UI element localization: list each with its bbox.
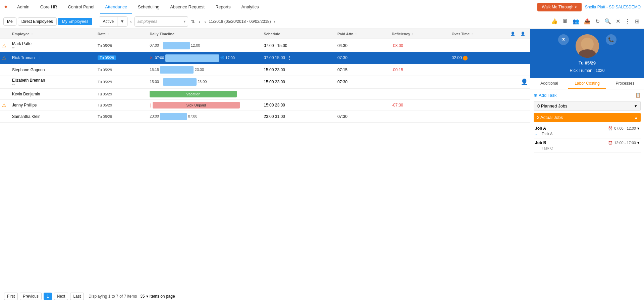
table-row[interactable]: Stephane Gagnon Tu 05/29 15:15 23:00 15:… bbox=[0, 64, 530, 76]
toolbar-left: Me Direct Employees My Employees Active … bbox=[3, 16, 276, 27]
date-next-arrow[interactable]: › bbox=[272, 19, 276, 24]
filter-funnel-icon[interactable]: ▼ bbox=[117, 19, 127, 24]
alert-cell: ⚠ bbox=[0, 99, 10, 111]
deficiency-cell: -00:15 bbox=[390, 64, 450, 76]
info-icon[interactable]: i bbox=[37, 55, 43, 60]
nav-analytics[interactable]: Analytics bbox=[236, 0, 263, 14]
nav-absence-request[interactable]: Absence Request bbox=[165, 0, 209, 14]
next-page-button[interactable]: Next bbox=[54, 293, 68, 300]
prev-page-button[interactable]: Previous bbox=[20, 293, 42, 300]
add-segment-icon[interactable]: ⊕ bbox=[220, 54, 224, 60]
sort-employee-icon[interactable]: ↕ bbox=[31, 32, 33, 36]
grid-icon[interactable]: ⊞ bbox=[634, 17, 641, 25]
main-area: Employee ↕ Date ↕ Daily Timeline Schedul… bbox=[0, 29, 644, 290]
current-page-button[interactable]: 1 bbox=[44, 293, 52, 300]
sort-def-icon[interactable]: ↕ bbox=[412, 32, 414, 36]
nav-control-panel[interactable]: Control Panel bbox=[63, 0, 99, 14]
employee-panel-name: Rick Truman | 1020 bbox=[570, 68, 605, 73]
filter-icon[interactable]: 🔍 bbox=[603, 17, 612, 25]
col-deficiency: Deficiency ↕ bbox=[390, 29, 450, 39]
attendance-table: Employee ↕ Date ↕ Daily Timeline Schedul… bbox=[0, 29, 530, 123]
job-a-task: Task A bbox=[538, 132, 552, 136]
direct-employees-button[interactable]: Direct Employees bbox=[18, 17, 57, 26]
employee-name: Samantha Klein bbox=[12, 114, 94, 119]
chevron-down-job-a-icon[interactable]: ▾ bbox=[637, 126, 639, 131]
chevron-down-job-b-icon[interactable]: ▾ bbox=[637, 140, 639, 145]
filter-group: Active ▼ bbox=[99, 16, 127, 27]
table-row[interactable]: ⚠ Mark Patte ✏ Tu 05/29 07:00 12:00 bbox=[0, 39, 530, 52]
first-page-button[interactable]: First bbox=[4, 293, 18, 300]
tab-additional[interactable]: Additional bbox=[530, 78, 568, 89]
person2-cell bbox=[519, 64, 530, 76]
task-arrow-a-icon: ↓ bbox=[535, 131, 537, 136]
date-plain: Tu 05/29 bbox=[98, 115, 112, 119]
employees-next-arrow[interactable]: › bbox=[198, 19, 202, 24]
walk-me-through-button[interactable]: Walk Me Through > bbox=[537, 3, 582, 11]
contact-icons: ✉ 📞 bbox=[558, 34, 616, 58]
nav-scheduling[interactable]: Scheduling bbox=[133, 0, 164, 14]
table-row[interactable]: ⚠ Rick Truman i Tu 05/29 ✕ 07:00 bbox=[0, 52, 530, 64]
schedule-cell: 23:00 31:00 bbox=[262, 111, 335, 122]
employee-name: Kevin Benjamin bbox=[12, 92, 94, 96]
employees-dropdown[interactable]: Employees ▾ bbox=[135, 16, 188, 27]
svg-point-1 bbox=[582, 38, 593, 49]
note-icon[interactable]: 📋 bbox=[635, 93, 641, 98]
employee-name-cell: Kevin Benjamin bbox=[10, 88, 96, 99]
table-row[interactable]: Elizabeth Brennan ✏ Tu 05/29 15:00 23:00… bbox=[0, 76, 530, 88]
person2-cell: 👤 bbox=[519, 76, 530, 88]
table-row[interactable]: ⚠ Jenny Phillips Tu 05/29 | Sick Unpaid … bbox=[0, 99, 530, 111]
deficiency-cell: -03:00 bbox=[390, 39, 450, 52]
person2-cell bbox=[519, 88, 530, 99]
timeline-cell: 15:15 23:00 bbox=[148, 64, 262, 76]
add-task-button[interactable]: ⊕ Add Task bbox=[534, 93, 556, 98]
me-button[interactable]: Me bbox=[3, 17, 16, 26]
nav-core-hr[interactable]: Core HR bbox=[36, 0, 62, 14]
filter-prev-arrow[interactable]: ‹ bbox=[129, 19, 133, 24]
people-icon[interactable]: 👥 bbox=[571, 17, 581, 25]
walk-me-label: Walk Me Through > bbox=[542, 5, 577, 9]
schedule-end: 15:00 bbox=[277, 43, 287, 48]
export-icon[interactable]: 📤 bbox=[583, 17, 592, 25]
tab-labor-costing[interactable]: Labor Costing bbox=[568, 78, 606, 89]
sort-paid-icon[interactable]: ↕ bbox=[355, 32, 357, 36]
my-employees-button[interactable]: My Employees bbox=[58, 18, 93, 25]
filter-clear-icon[interactable]: ✕ bbox=[614, 17, 622, 25]
sort-icon[interactable]: ⇅ bbox=[190, 19, 196, 24]
last-page-button[interactable]: Last bbox=[70, 293, 84, 300]
refresh-icon[interactable]: ↻ bbox=[594, 17, 601, 25]
items-per-page-value: 35 bbox=[140, 294, 145, 299]
nav-admin[interactable]: Admin bbox=[12, 0, 34, 14]
employee-name-cell: Elizabeth Brennan ✏ bbox=[10, 76, 96, 88]
table-row[interactable]: Kevin Benjamin Tu 05/29 Vacation bbox=[0, 88, 530, 99]
nav-right: Walk Me Through > Sheila Platt - SD SALE… bbox=[537, 3, 641, 11]
nav-attendance[interactable]: Attendance bbox=[100, 0, 132, 14]
date-plain: Tu 05/29 bbox=[98, 68, 112, 72]
planned-jobs-header[interactable]: 0 Planned Jobs ▾ bbox=[534, 101, 641, 111]
logo-icon[interactable]: ✦ bbox=[3, 3, 8, 11]
alert-cell bbox=[0, 88, 10, 99]
phone-icon[interactable]: 📞 bbox=[606, 34, 616, 45]
nav-reports[interactable]: Reports bbox=[211, 0, 235, 14]
menu-icon[interactable]: ⋮ bbox=[624, 17, 632, 25]
date-plain: Tu 05/29 bbox=[98, 92, 112, 96]
deficiency-cell bbox=[390, 76, 450, 88]
calculator-icon[interactable]: 🖩 bbox=[561, 18, 569, 25]
sort-date-icon[interactable]: ↕ bbox=[107, 32, 109, 36]
thumbs-up-icon[interactable]: 👍 bbox=[550, 17, 559, 25]
timeline-bar bbox=[160, 66, 194, 74]
date-cell: Tu 05/29 bbox=[96, 64, 148, 76]
timeline-bar-selected bbox=[165, 54, 219, 62]
items-per-page-dropdown[interactable]: ▾ bbox=[146, 294, 148, 299]
mail-icon[interactable]: ✉ bbox=[558, 34, 569, 45]
sort-ot-icon[interactable]: ↕ bbox=[471, 32, 473, 36]
more-icon[interactable]: ⋮ bbox=[287, 55, 291, 60]
alert-cell bbox=[0, 64, 10, 76]
tab-processes[interactable]: Processes bbox=[606, 78, 644, 89]
table-row[interactable]: Samantha Klein Tu 05/29 23:00 07:00 23:0… bbox=[0, 111, 530, 122]
paid-attn-cell: 04:30 bbox=[335, 39, 390, 52]
close-icon[interactable]: ✕ bbox=[150, 55, 153, 60]
actual-jobs-header[interactable]: 2 Actual Jobs ▴ bbox=[534, 113, 641, 122]
person2-cell bbox=[519, 99, 530, 111]
user-label[interactable]: Sheila Platt - SD SALESDEMO bbox=[585, 5, 641, 9]
date-prev-arrow[interactable]: ‹ bbox=[203, 19, 207, 24]
